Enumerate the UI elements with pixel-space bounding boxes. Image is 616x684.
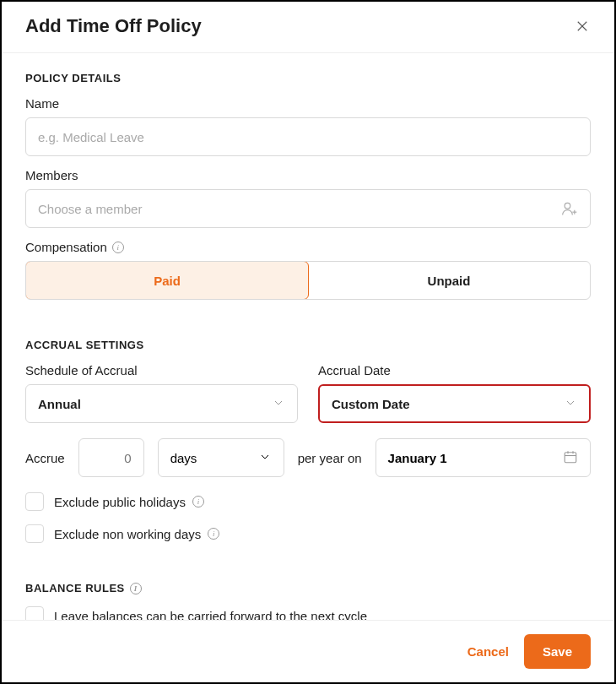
compensation-label-text: Compensation [25, 240, 107, 254]
accrue-per-label: per year on [298, 451, 362, 465]
info-icon[interactable]: i [112, 242, 124, 253]
compensation-option-unpaid[interactable]: Unpaid [308, 262, 590, 299]
add-member-icon [561, 201, 578, 216]
accrual-date-value: Custom Date [332, 397, 410, 411]
close-button[interactable] [574, 18, 591, 35]
compensation-label: Compensation i [25, 240, 591, 254]
modal-body: POLICY DETAILS Name Members Choose a mem… [2, 53, 614, 620]
members-label: Members [25, 168, 591, 182]
info-icon[interactable]: i [208, 528, 219, 540]
add-time-off-policy-modal: Add Time Off Policy POLICY DETAILS Name … [0, 0, 616, 684]
accrual-date-select[interactable]: Custom Date [318, 384, 591, 423]
accrue-amount-input[interactable] [78, 438, 144, 477]
compensation-option-paid[interactable]: Paid [25, 261, 309, 300]
close-icon [575, 19, 590, 34]
schedule-select[interactable]: Annual [25, 384, 298, 423]
accrue-on-date-select[interactable]: January 1 [376, 438, 591, 477]
schedule-label: Schedule of Accrual [25, 363, 298, 377]
modal-footer: Cancel Save [2, 620, 614, 682]
info-icon[interactable]: i [130, 583, 142, 594]
section-heading-policy-details: POLICY DETAILS [25, 72, 591, 84]
members-placeholder: Choose a member [38, 202, 561, 216]
name-label: Name [25, 96, 591, 111]
svg-point-2 [565, 203, 570, 209]
chevron-down-icon [258, 450, 272, 466]
accrue-label: Accrue [25, 451, 65, 465]
info-icon[interactable]: i [192, 496, 204, 508]
svg-rect-5 [565, 452, 576, 462]
section-heading-balance-rules: BALANCE RULES i [25, 582, 591, 594]
chevron-down-icon [272, 396, 285, 412]
exclude-public-holidays-checkbox[interactable] [25, 492, 44, 511]
name-input[interactable] [25, 117, 591, 156]
exclude-public-holidays-label: Exclude public holidays i [54, 495, 204, 509]
exclude-non-working-days-label: Exclude non working days i [54, 527, 219, 541]
accrue-unit-value: days [170, 451, 197, 465]
carry-forward-checkbox[interactable] [25, 606, 44, 620]
cancel-button[interactable]: Cancel [467, 644, 509, 659]
modal-header: Add Time Off Policy [2, 2, 614, 53]
exclude-non-working-days-checkbox[interactable] [25, 524, 44, 543]
compensation-toggle: Paid Unpaid [25, 261, 591, 300]
schedule-value: Annual [38, 397, 81, 411]
save-button[interactable]: Save [524, 634, 591, 669]
chevron-down-icon [564, 396, 577, 412]
accrue-on-date-value: January 1 [388, 451, 447, 465]
accrual-date-label: Accrual Date [318, 363, 591, 377]
modal-title: Add Time Off Policy [25, 15, 202, 37]
calendar-icon [563, 449, 578, 467]
accrue-unit-select[interactable]: days [158, 438, 284, 477]
carry-forward-label: Leave balances can be carried forward to… [54, 609, 367, 621]
members-select[interactable]: Choose a member [25, 189, 591, 228]
section-heading-accrual-settings: ACCRUAL SETTINGS [25, 339, 591, 351]
